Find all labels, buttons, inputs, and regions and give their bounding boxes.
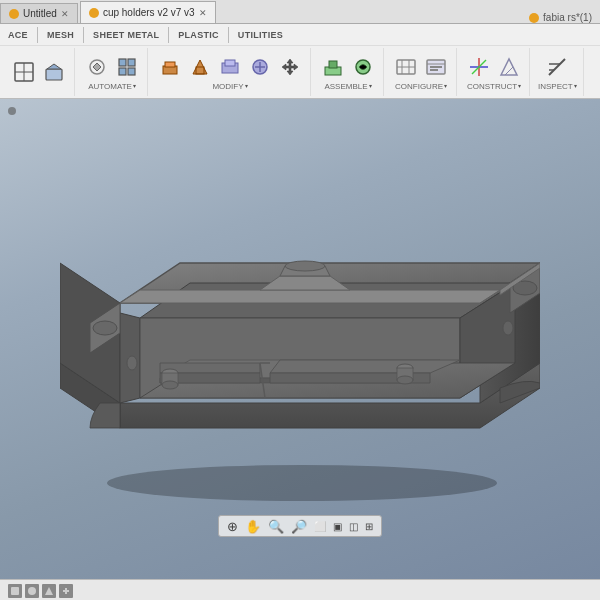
tab-close-1[interactable]: ✕: [61, 9, 69, 19]
modify-btn3[interactable]: [216, 54, 244, 80]
svg-rect-8: [119, 68, 126, 75]
inspect-btn1[interactable]: [543, 54, 571, 80]
section-sheet-metal[interactable]: SHEET METAL: [89, 30, 163, 40]
create-icon: [43, 61, 65, 83]
svg-rect-27: [430, 66, 442, 68]
zoom-button[interactable]: 🔍: [266, 519, 286, 534]
modify-label-group[interactable]: MODIFY ▾: [212, 80, 247, 91]
svg-point-39: [162, 381, 178, 389]
svg-rect-14: [225, 60, 235, 66]
configure-btn1[interactable]: [392, 54, 420, 80]
assemble-label: ASSEMBLE: [324, 82, 367, 91]
create-button[interactable]: [40, 59, 68, 85]
tab-icon-2: [89, 8, 99, 18]
divider-4: [228, 27, 229, 43]
assemble-label-group[interactable]: ASSEMBLE ▾: [324, 80, 371, 91]
section-mesh[interactable]: MESH: [43, 30, 78, 40]
automate-arrow: ▾: [133, 82, 136, 89]
construct-label-group[interactable]: CONSTRUCT ▾: [467, 80, 521, 91]
svg-rect-3: [46, 69, 62, 80]
modify-icon3: [219, 56, 241, 78]
status-icon-2[interactable]: [25, 584, 39, 598]
status-icon-1[interactable]: [8, 584, 22, 598]
svg-line-32: [505, 67, 513, 75]
tab-label-2: cup holders v2 v7 v3: [103, 7, 195, 18]
automate-label-group[interactable]: AUTOMATE ▾: [88, 80, 136, 91]
section-ace[interactable]: ACE: [4, 30, 32, 40]
construct-btns: [465, 54, 523, 80]
status-bar: [0, 579, 600, 600]
modify-btn2[interactable]: [186, 54, 214, 80]
assemble-icon1: [322, 56, 344, 78]
configure-btn2[interactable]: [422, 54, 450, 80]
toolbar-group-configure: CONFIGURE ▾: [386, 48, 457, 96]
view-btn2[interactable]: ▣: [331, 521, 344, 532]
configure-icon2: [425, 56, 447, 78]
svg-rect-9: [128, 68, 135, 75]
modify-icon2: [189, 56, 211, 78]
inspect-icon1: [546, 56, 568, 78]
view-dot: [8, 107, 16, 115]
svg-rect-50: [11, 587, 19, 595]
configure-icon1: [395, 56, 417, 78]
toolbar-group-inspect: INSPECT ▾: [532, 48, 584, 96]
zoom-fit-button[interactable]: 🔎: [289, 519, 309, 534]
toolbar: ACE MESH SHEET METAL PLASTIC UTILITIES: [0, 24, 600, 99]
status-icon-4[interactable]: [59, 584, 73, 598]
tab-cup-holders[interactable]: cup holders v2 v7 v3 ✕: [80, 1, 216, 23]
svg-point-45: [285, 261, 325, 271]
svg-point-42: [397, 376, 413, 384]
toolbar-group-automate: AUTOMATE ▾: [77, 48, 148, 96]
automate-icon2: [116, 56, 138, 78]
modify-icon1: [159, 56, 181, 78]
assemble-btn2[interactable]: [349, 54, 377, 80]
modify-icon4: [249, 56, 271, 78]
modify-label: MODIFY: [212, 82, 243, 91]
automate-btn2[interactable]: [113, 54, 141, 80]
modify-btns: [156, 54, 304, 80]
view-btn3[interactable]: ◫: [347, 521, 360, 532]
svg-rect-7: [128, 59, 135, 66]
viewport[interactable]: ⊕ ✋ 🔍 🔎 ⬜ ▣ ◫ ⊞: [0, 99, 600, 579]
svg-rect-6: [119, 59, 126, 66]
svg-rect-28: [430, 69, 438, 71]
modify-arrow: ▾: [245, 82, 248, 89]
construct-icon2: [498, 56, 520, 78]
assemble-arrow: ▾: [369, 82, 372, 89]
divider-1: [37, 27, 38, 43]
main-area: ⊕ ✋ 🔍 🔎 ⬜ ▣ ◫ ⊞: [0, 99, 600, 579]
fabia-label: fabia rs*(1): [543, 12, 592, 23]
bottom-toolbar: ⊕ ✋ 🔍 🔎 ⬜ ▣ ◫ ⊞: [218, 515, 382, 537]
tab-icon-1: [9, 9, 19, 19]
inspect-label-group[interactable]: INSPECT ▾: [538, 80, 577, 91]
construct-btn1[interactable]: [465, 54, 493, 80]
assemble-btn1[interactable]: [319, 54, 347, 80]
automate-btn1[interactable]: [83, 54, 111, 80]
sketch-button[interactable]: [10, 59, 38, 85]
status-icons: [8, 584, 73, 598]
home-button[interactable]: ⊕: [225, 519, 240, 534]
toolbar-group-modify: MODIFY ▾: [150, 48, 311, 96]
pan-button[interactable]: ✋: [243, 519, 263, 534]
section-plastic[interactable]: PLASTIC: [174, 30, 223, 40]
model-svg: [60, 168, 540, 508]
automate-icon1: [86, 56, 108, 78]
view-btn1[interactable]: ⬜: [312, 521, 328, 532]
configure-label-group[interactable]: CONFIGURE ▾: [395, 80, 447, 91]
modify-btn4[interactable]: [246, 54, 274, 80]
assemble-btns: [319, 54, 377, 80]
svg-marker-4: [47, 64, 61, 69]
svg-point-36: [107, 465, 497, 501]
modify-btn1[interactable]: [156, 54, 184, 80]
status-icon-3[interactable]: [42, 584, 56, 598]
toolbar-group-assemble: ASSEMBLE ▾: [313, 48, 384, 96]
configure-label: CONFIGURE: [395, 82, 443, 91]
tab-untitled[interactable]: Untitled ✕: [0, 3, 78, 23]
construct-btn2[interactable]: [495, 54, 523, 80]
move-btn[interactable]: [276, 54, 304, 80]
tab-close-2[interactable]: ✕: [199, 8, 207, 18]
section-utilities[interactable]: UTILITIES: [234, 30, 287, 40]
svg-point-49: [503, 321, 513, 335]
view-btn4[interactable]: ⊞: [363, 521, 375, 532]
tab-label-1: Untitled: [23, 8, 57, 19]
